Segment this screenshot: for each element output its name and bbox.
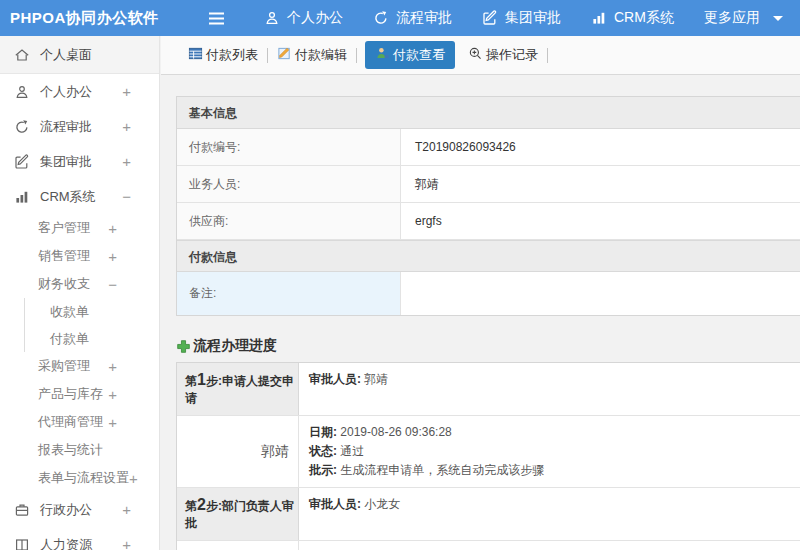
sidebar-item-product-inventory[interactable]: 产品与库存 +	[0, 380, 159, 408]
top-navigation: 个人办公 流程审批 集团审批 CRM系统 更多应用	[249, 0, 798, 36]
sidebar-item-label: 流程审批	[40, 118, 122, 136]
sidebar-item-label: 行政办公	[40, 501, 122, 519]
workflow-step-header: 第2步:部门负责人审批 审批人员: 小龙女	[177, 488, 800, 541]
expand-plus-icon[interactable]: +	[122, 501, 131, 518]
step-approver: 审批人员: 小龙女	[299, 488, 800, 540]
workflow-step-header: 第1步:申请人提交申请 审批人员: 郭靖	[177, 363, 800, 416]
field-value-supplier: ergfs	[401, 203, 800, 239]
approver-name: 郭靖	[177, 416, 299, 487]
expand-plus-icon[interactable]: +	[122, 153, 131, 170]
sidebar-item-form-flow-settings[interactable]: 表单与流程设置 +	[0, 464, 159, 492]
tab-payment-list[interactable]: 付款列表	[181, 41, 265, 69]
person-icon	[14, 84, 31, 100]
nav-label: 流程审批	[396, 9, 452, 27]
tab-payment-view[interactable]: 付款查看	[365, 41, 455, 69]
book-icon	[14, 537, 31, 550]
sidebar-item-personal-desktop[interactable]: 个人桌面	[0, 36, 159, 74]
sidebar-item-sales-mgmt[interactable]: 销售管理 +	[0, 242, 159, 270]
sidebar-item-purchase-mgmt[interactable]: 采购管理 +	[0, 352, 159, 380]
expand-plus-icon[interactable]: +	[108, 386, 117, 403]
table-row: 供应商: ergfs	[177, 203, 800, 240]
hamburger-icon[interactable]	[207, 10, 227, 26]
sidebar-item-agent-mgmt[interactable]: 代理商管理 +	[0, 408, 159, 436]
finance-submenu: 收款单 付款单	[24, 298, 159, 352]
workflow-progress-table: 第1步:申请人提交申请 审批人员: 郭靖 郭靖 日期: 2019-08-26 0…	[176, 362, 800, 550]
sidebar-item-label: 付款单	[50, 330, 131, 348]
field-label: 备注:	[177, 272, 401, 315]
sidebar-item-label: 集团审批	[40, 153, 122, 171]
tab-label: 付款编辑	[295, 46, 347, 64]
expand-plus-icon[interactable]: +	[129, 470, 138, 487]
step-title: 第1步:申请人提交申请	[177, 363, 299, 415]
workflow-progress-title: 流程办理进度	[193, 337, 277, 355]
search-plus-icon	[468, 46, 483, 64]
nav-label: 更多应用	[704, 9, 760, 27]
sidebar-item-label: 个人办公	[40, 83, 122, 101]
sidebar-item-label: 报表与统计	[38, 441, 117, 459]
section-header-basic-info: 基本信息	[177, 97, 800, 129]
briefcase-icon	[14, 502, 31, 518]
collapse-minus-icon[interactable]: −	[122, 188, 131, 205]
sidebar-item-label: 人力资源	[40, 536, 122, 550]
table-row: 备注:	[177, 272, 800, 315]
expand-plus-icon[interactable]: +	[108, 248, 117, 265]
sidebar-item-crm-system[interactable]: CRM系统 −	[0, 179, 159, 214]
table-row: 付款编号: T20190826093426	[177, 129, 800, 166]
step-title: 第2步:部门负责人审批	[177, 488, 299, 540]
collapse-minus-icon[interactable]: −	[108, 276, 117, 293]
field-label: 付款编号:	[177, 129, 401, 165]
person-icon	[264, 10, 280, 26]
flow-arrow-icon	[14, 119, 31, 135]
sidebar-item-label: 财务收支	[38, 275, 108, 293]
tab-payment-edit[interactable]: 付款编辑	[270, 41, 354, 69]
sidebar-item-label: 表单与流程设置	[38, 469, 129, 487]
nav-personal-office[interactable]: 个人办公	[249, 0, 358, 36]
sidebar-item-workflow-approval[interactable]: 流程审批 +	[0, 109, 159, 144]
tab-separator	[267, 48, 268, 63]
expand-plus-icon[interactable]: +	[122, 118, 131, 135]
sidebar-item-group-approval[interactable]: 集团审批 +	[0, 144, 159, 179]
sidebar-item-finance[interactable]: 财务收支 −	[0, 270, 159, 298]
sidebar-item-admin-office[interactable]: 行政办公 +	[0, 492, 159, 527]
section-header-payment-info: 付款信息	[177, 240, 800, 272]
sidebar-item-label: 收款单	[50, 303, 131, 321]
tab-label: 付款列表	[206, 46, 258, 64]
sidebar-item-label: CRM系统	[40, 188, 122, 206]
workflow-progress-heading: 流程办理进度	[176, 337, 800, 355]
nav-crm-system[interactable]: CRM系统	[576, 0, 689, 36]
expand-plus-icon[interactable]: +	[122, 83, 131, 100]
nav-group-approval[interactable]: 集团审批	[467, 0, 576, 36]
expand-plus-icon[interactable]: +	[122, 536, 131, 550]
bar-chart-icon	[591, 10, 607, 26]
table-row: 业务人员: 郭靖	[177, 166, 800, 203]
expand-plus-icon[interactable]: +	[108, 220, 117, 237]
top-header-bar: PHPOA协同办公软件 个人办公 流程审批 集团审批 CRM系统	[0, 0, 800, 36]
sidebar-item-customer-mgmt[interactable]: 客户管理 +	[0, 214, 159, 242]
approver-name: 小龙女	[177, 541, 299, 550]
field-value-payment-number: T20190826093426	[401, 129, 800, 165]
sidebar-item-payment-order[interactable]: 付款单	[25, 325, 159, 352]
payment-edit-icon	[277, 46, 292, 64]
expand-plus-icon[interactable]: +	[108, 414, 117, 431]
workflow-step-detail: 小龙女 日期: 2019-08-26 09:38:06 状态: 通过 批示: 通…	[177, 541, 800, 550]
step-approver: 审批人员: 郭靖	[299, 363, 800, 415]
nav-more-apps[interactable]: 更多应用	[689, 0, 798, 36]
main-content: 基本信息 付款编号: T20190826093426 业务人员: 郭靖 供应商:…	[161, 76, 800, 550]
tab-label: 操作记录	[486, 46, 538, 64]
bar-chart-icon	[14, 189, 31, 205]
edit-icon	[14, 154, 31, 170]
tab-operation-log[interactable]: 操作记录	[461, 41, 545, 69]
sidebar-item-personal-office[interactable]: 个人办公 +	[0, 74, 159, 109]
sidebar-item-receipt-order[interactable]: 收款单	[25, 298, 159, 325]
sidebar-item-label: 产品与库存	[38, 385, 108, 403]
flow-arrow-icon	[373, 10, 389, 26]
caret-down-icon	[773, 16, 783, 21]
nav-workflow-approval[interactable]: 流程审批	[358, 0, 467, 36]
sidebar: 个人桌面 个人办公 + 流程审批 + 集团审批 + CRM系统 − 客户管理 +…	[0, 36, 160, 550]
approval-comment-line: 批示: 生成流程申请单，系统自动完成该步骤	[309, 461, 790, 480]
sidebar-item-reports-stats[interactable]: 报表与统计	[0, 436, 159, 464]
field-label: 业务人员:	[177, 166, 401, 202]
expand-plus-icon[interactable]: +	[108, 358, 117, 375]
field-label: 供应商:	[177, 203, 401, 239]
sidebar-item-human-resources[interactable]: 人力资源 +	[0, 527, 159, 550]
